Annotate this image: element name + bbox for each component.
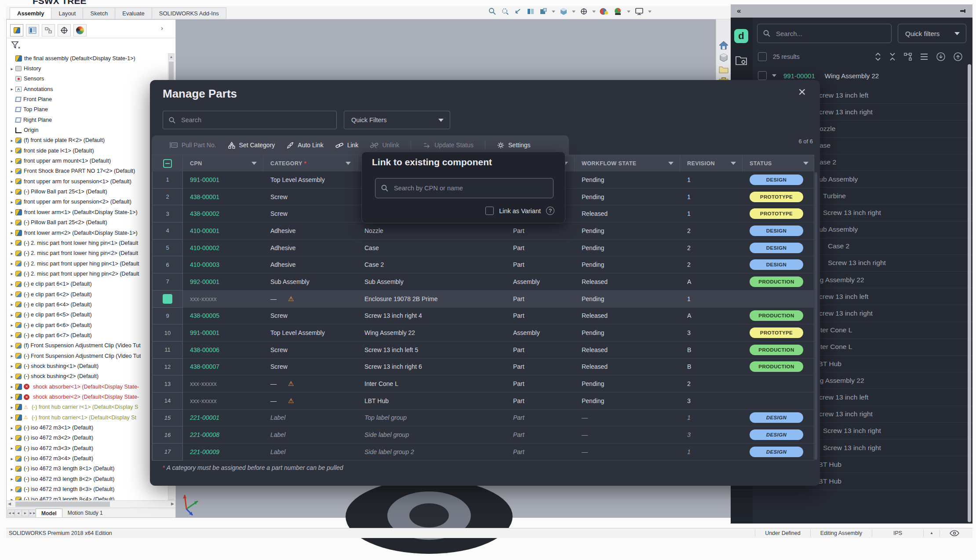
tree-item[interactable]: ▸(-) 2. misc part front upper hing pin<1… [8,258,163,269]
close-icon[interactable]: × [798,85,806,98]
dropdown-caret[interactable] [592,11,596,13]
cell-status[interactable]: PRODUCTION [743,342,815,359]
cell-status[interactable]: DESIGN [743,171,815,189]
expand-rows-icon[interactable] [874,52,881,61]
tree-expand-arrow[interactable]: ▸ [8,374,15,379]
row-number-cell[interactable]: 3 [152,205,183,222]
tree-expand-arrow[interactable]: ▸ [8,405,15,410]
row-selected-checkbox[interactable] [163,294,172,304]
cell-status[interactable]: DESIGN [743,222,815,240]
tree-item[interactable]: ▸front upper arm for suspension<2> (Defa… [8,197,163,207]
cell-revision[interactable]: 2 [680,240,743,257]
cell-category[interactable]: Screw [263,342,357,359]
cell-type[interactable]: Part [506,240,575,257]
table-row[interactable]: 12438-00007ScrewScrew 13 inch right 6Par… [152,359,814,376]
hide-show-icon[interactable] [600,7,609,16]
cell-workflow-state[interactable]: Pending [575,375,680,393]
column-header-workflow-state[interactable]: WORKFLOW STATE [575,155,680,171]
tree-item[interactable]: ▸(-) e clip part 6<4> (Default) [8,299,163,309]
table-row[interactable]: 4410-00001AdhesiveNozzlePartPending2DESI… [152,222,814,240]
scrollbar-thumb[interactable] [15,502,110,507]
cell-category[interactable]: Label [263,444,357,461]
tree-filter[interactable] [11,41,21,50]
cell-type[interactable]: Part [506,426,575,444]
tab-dimxpert-manager[interactable] [58,24,71,36]
cell-type[interactable]: Part [506,410,575,427]
view-settings-icon[interactable] [634,7,644,16]
row-number-cell[interactable]: 13 [152,375,183,393]
cell-status[interactable]: PRODUCTION [743,308,815,325]
chevron-down-icon[interactable] [772,74,776,77]
cell-cpn[interactable]: 410-00003 [183,256,263,273]
cell-workflow-state[interactable]: Pending [575,324,680,342]
row-number-cell[interactable]: 6 [152,256,183,273]
pull-part-no-button[interactable]: CPNPull Part No. [169,142,216,149]
table-row[interactable]: 5410-00002AdhesiveCasePartPending2DESIGN [152,240,814,257]
tab-nav-buttons[interactable]: ◄◄◄►►► [7,509,36,516]
scroll-up-button[interactable]: ▲ [168,54,174,60]
tree-expand-arrow[interactable]: ▸ [8,384,15,389]
cell-cpn[interactable]: 438-00007 [183,359,263,376]
row-number-cell[interactable]: 11 [152,342,183,359]
cell-workflow-state[interactable]: Released [575,359,680,376]
tree-expand-arrow[interactable]: ▸ [8,323,15,327]
previous-view-icon[interactable] [513,7,522,16]
cell-name[interactable]: Side label group [357,426,506,444]
tree-expand-arrow[interactable]: ▸ [8,353,15,358]
cell-cpn[interactable]: 438-00005 [183,308,263,325]
tree-expand-arrow[interactable]: ▸ [8,148,15,153]
sort-arrow-icon[interactable] [346,162,351,165]
tree-expand-arrow[interactable]: ▸ [8,292,15,297]
tree-item[interactable]: ▸⚠(-) front hub carrier<1> (Default<Disp… [8,412,163,422]
cell-cpn[interactable]: xxx-xxxxx [183,291,263,308]
cell-name[interactable]: Enclosure 19078 2B Prime [357,291,506,308]
help-icon[interactable]: ? [546,207,554,215]
dropdown-caret[interactable] [572,11,575,13]
tree-expand-arrow[interactable]: ▸ [8,436,15,440]
table-row[interactable]: 14xxx-xxxxx—⚠LBT HubPartPending3 [152,393,814,410]
tree-expand-arrow[interactable]: ▸ [8,302,15,307]
zoom-area-icon[interactable] [501,7,510,16]
settings-button[interactable]: Settings [497,142,531,149]
modal-search-input[interactable] [180,116,321,124]
cell-revision[interactable]: 3 [680,324,743,342]
row-number-cell[interactable]: 7 [152,273,183,291]
table-row[interactable]: 10991-00001Top Level AssemblyWing Assemb… [152,324,814,342]
ribbon-tab-layout[interactable]: Layout [51,7,83,19]
cell-type[interactable]: Assembly [506,324,575,342]
sort-arrow-icon[interactable] [251,162,257,165]
cell-status[interactable] [743,291,815,308]
tree-expand-arrow[interactable]: ▸ [8,261,15,266]
row-number-cell[interactable]: 17 [152,444,183,461]
cell-cpn[interactable]: 221-00009 [183,444,263,461]
cell-type[interactable]: Part [506,291,575,308]
cell-status[interactable]: DESIGN [743,410,815,427]
row-number-cell[interactable]: 10 [152,324,183,342]
sort-arrow-icon[interactable] [668,162,674,165]
tree-item[interactable]: Right Plane [8,115,163,125]
cell-type[interactable]: Part [506,222,575,240]
tree-item[interactable]: Front Plane [8,94,163,104]
sidebar-search-input[interactable] [775,29,881,38]
cell-workflow-state[interactable]: Released [575,273,680,291]
cell-category[interactable]: Adhesive [263,256,357,273]
tree-item[interactable]: the final assembly (Default<Display Stat… [8,53,163,63]
cell-revision[interactable]: 1 [680,291,743,308]
tree-expand-arrow[interactable]: ▸ [8,466,15,471]
cell-name[interactable]: Top label group [357,410,506,427]
tree-item[interactable]: ▸front upper arm mount<1> (Default) [8,156,163,166]
tree-expand-arrow[interactable]: ▸ [8,200,15,204]
tree-item[interactable]: ▸(-) Pillow Ball part 25<1> (Default) [8,186,163,196]
tree-expand-arrow[interactable]: ▸ [8,487,15,492]
auto-link-button[interactable]: Auto Link [286,142,323,149]
tree-item[interactable]: ▸(-) e clip part 6<7> (Default) [8,330,163,340]
tree-expand-arrow[interactable]: ▸ [8,282,15,287]
popup-search[interactable] [375,178,554,198]
tree-expand-arrow[interactable]: ▸ [8,446,15,451]
row-number-cell[interactable]: 1 [152,171,183,189]
cell-workflow-state[interactable]: Pending [575,393,680,410]
cell-workflow-state[interactable]: Pending [575,189,680,206]
cell-workflow-state[interactable]: Released [575,205,680,222]
cell-category[interactable]: Label [263,410,357,427]
dynamic-annotation-icon[interactable] [539,7,548,16]
